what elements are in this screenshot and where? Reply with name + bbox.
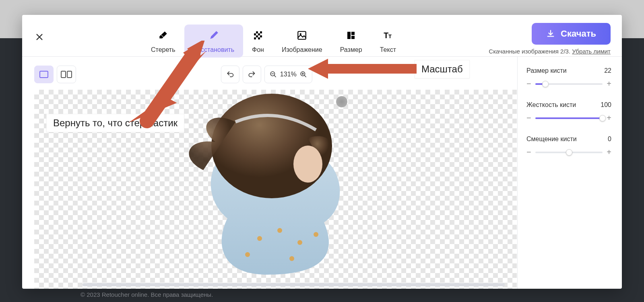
close-button[interactable]: [33, 31, 45, 43]
svg-point-28: [289, 256, 294, 261]
brush-offset-value: 0: [608, 136, 611, 143]
svg-point-27: [314, 232, 318, 237]
zoom-in-icon[interactable]: [300, 71, 307, 78]
brush-cursor: [336, 96, 347, 107]
svg-rect-3: [256, 33, 258, 35]
brush-offset-slider[interactable]: [535, 152, 603, 153]
brush-icon: [208, 30, 219, 41]
single-view-icon: [39, 71, 48, 78]
brush-size-slider[interactable]: [535, 83, 603, 85]
svg-rect-2: [258, 31, 260, 33]
zoom-value: 131%: [280, 71, 297, 78]
tool-size[interactable]: Размер: [331, 25, 371, 58]
svg-rect-13: [351, 36, 355, 39]
brush-size-minus[interactable]: −: [526, 79, 531, 88]
brush-size-label: Размер кисти: [526, 67, 567, 74]
close-icon: [35, 33, 44, 41]
tool-label: Размер: [340, 46, 362, 53]
annotation-scale: Масштаб: [415, 60, 470, 78]
undo-button[interactable]: [221, 66, 239, 83]
tool-image[interactable]: Изображение: [273, 25, 331, 58]
svg-point-23: [257, 236, 262, 241]
svg-rect-1: [254, 31, 256, 33]
svg-rect-11: [347, 32, 351, 39]
download-info: Скачанные изображения 2/3. Убрать лимит: [489, 48, 611, 55]
download-button[interactable]: Скачать: [532, 23, 611, 45]
svg-point-26: [245, 252, 250, 257]
svg-rect-17: [61, 71, 66, 78]
zoom-control[interactable]: 131%: [264, 66, 312, 83]
tool-restore[interactable]: Восстановить: [184, 25, 243, 58]
svg-rect-4: [260, 33, 262, 35]
undo-icon: [226, 70, 234, 78]
view-single-button[interactable]: [34, 66, 54, 83]
layout-icon: [346, 30, 356, 41]
tool-text[interactable]: TT Текст: [371, 25, 405, 58]
tool-label: Текст: [380, 46, 396, 53]
tool-erase[interactable]: Стереть: [142, 25, 184, 58]
tool-label: Изображение: [282, 46, 322, 53]
tool-background[interactable]: Фон: [243, 25, 273, 58]
svg-point-24: [277, 228, 282, 233]
sidebar-panel: Размер кисти 22 − + Жесткость кисти 100: [517, 57, 622, 289]
brush-offset-plus[interactable]: +: [607, 148, 611, 157]
svg-text:T: T: [384, 31, 388, 40]
svg-rect-9: [298, 31, 306, 39]
brush-size-value: 22: [604, 67, 611, 74]
svg-rect-7: [256, 37, 258, 39]
svg-point-25: [297, 240, 302, 245]
tool-label: Восстановить: [193, 46, 234, 53]
redo-button[interactable]: [243, 66, 261, 83]
split-view-icon: [61, 71, 72, 78]
checker-icon: [253, 30, 263, 41]
text-icon: TT: [383, 30, 393, 41]
download-label: Скачать: [561, 29, 596, 39]
editor-modal: Стереть Восстановить Фон Изображение: [22, 15, 622, 289]
brush-hardness-plus[interactable]: +: [607, 113, 611, 123]
brush-offset-minus[interactable]: −: [526, 148, 531, 157]
canvas-viewport[interactable]: Вернуть то, что стер ластик: [34, 90, 517, 289]
brush-offset-group: Смещение кисти 0 − +: [526, 136, 611, 157]
tool-label: Стереть: [151, 46, 175, 53]
svg-text:T: T: [388, 33, 392, 39]
svg-rect-5: [254, 35, 256, 37]
svg-rect-8: [260, 37, 262, 39]
canvas-area: 131%: [22, 57, 517, 289]
zoom-out-icon[interactable]: [270, 71, 277, 78]
edited-image: [155, 90, 380, 275]
annotation-restore: Вернуть то, что стер ластик: [46, 114, 184, 132]
brush-hardness-group: Жесткость кисти 100 − +: [526, 101, 611, 123]
brush-size-plus[interactable]: +: [607, 79, 611, 88]
top-toolbar: Стереть Восстановить Фон Изображение: [22, 15, 622, 57]
svg-rect-16: [40, 71, 48, 78]
brush-hardness-slider[interactable]: [535, 117, 603, 119]
brush-hardness-value: 100: [601, 101, 611, 109]
svg-rect-6: [258, 35, 260, 37]
redo-icon: [248, 70, 256, 78]
horizontal-scrollbar[interactable]: [83, 283, 505, 286]
brush-offset-label: Смещение кисти: [526, 136, 577, 143]
view-split-button[interactable]: [57, 66, 76, 83]
remove-limit-link[interactable]: Убрать лимит: [572, 48, 611, 55]
image-icon: [297, 30, 307, 41]
svg-rect-18: [67, 71, 72, 78]
brush-hardness-label: Жесткость кисти: [526, 101, 576, 109]
brush-hardness-minus[interactable]: −: [526, 113, 531, 123]
svg-point-22: [293, 146, 322, 183]
svg-rect-12: [351, 32, 355, 35]
tool-label: Фон: [252, 46, 264, 53]
footer-copyright: © 2023 Retoucher online. Все права защищ…: [80, 291, 213, 298]
brush-size-group: Размер кисти 22 − +: [526, 67, 611, 88]
eraser-icon: [158, 30, 168, 41]
download-icon: [546, 29, 555, 38]
